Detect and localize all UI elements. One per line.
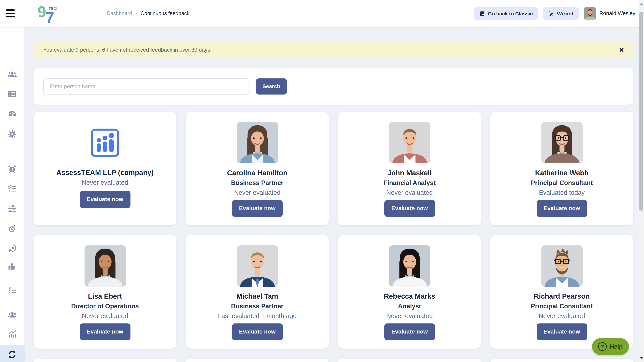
person-photo <box>389 245 430 287</box>
performance-gauge-icon <box>8 109 17 118</box>
company-logo[interactable]: 9 TECH 7 <box>38 3 57 25</box>
person-name: Katherine Webb <box>535 169 589 177</box>
person-card: Lisa EbertDirector of OperationsNever ev… <box>34 235 176 349</box>
evaluate-now-button[interactable]: Evaluate now <box>232 200 282 217</box>
sidebar-item-people-group[interactable] <box>0 65 24 84</box>
evaluate-now-button[interactable]: Evaluate now <box>80 324 130 340</box>
search-button[interactable]: Search <box>256 78 287 94</box>
evaluation-status: Evaluated today <box>539 188 585 197</box>
scrollbar-up-arrow-icon[interactable] <box>639 3 643 5</box>
evaluate-now-button[interactable]: Evaluate now <box>384 324 435 340</box>
person-card: Richard PearsonPrincipal ConsultantNever… <box>490 235 633 349</box>
wizard-button[interactable]: Wizard <box>543 7 579 20</box>
person-role: Director of Operations <box>71 302 139 310</box>
sidebar-item-task-checklist[interactable] <box>0 179 24 198</box>
left-sidebar <box>0 27 24 362</box>
person-name: AssessTEAM LLP (company) <box>56 168 154 177</box>
breadcrumb-separator: - <box>136 10 137 16</box>
logo-nine: 9 <box>38 3 46 20</box>
breadcrumb: Dashboard - Continuous feedback <box>107 0 189 27</box>
person-role: Business Partner <box>231 302 284 310</box>
continuous-feedback-sync-icon <box>8 350 17 359</box>
person-card: Carolina HamiltonBusiness PartnerNever e… <box>186 112 329 225</box>
company-card: AssessTEAM LLP (company)Never evaluatedE… <box>34 112 176 225</box>
evaluation-status: Never evaluated <box>386 312 433 320</box>
person-role: Principal Consultant <box>531 302 593 310</box>
person-card-partial <box>34 359 176 362</box>
company-logo-image <box>84 122 126 164</box>
scrollbar-down-arrow-icon[interactable] <box>639 357 643 359</box>
goal-target-icon <box>8 224 17 233</box>
person-card: Rebecca MarksAnalystNever evaluatedEvalu… <box>338 235 481 349</box>
goal-click-target-icon <box>8 244 17 253</box>
main-content: You evaluate 9 persons. 6 have not recei… <box>24 27 639 362</box>
evaluation-list-icon <box>8 89 17 98</box>
hamburger-menu-icon[interactable] <box>6 9 15 17</box>
evaluation-status: Last evaluated 1 month ago <box>218 312 296 320</box>
magic-wand-icon <box>548 10 554 16</box>
person-photo <box>389 122 430 163</box>
header-divider <box>98 6 98 21</box>
search-panel: Search <box>34 68 633 105</box>
go-back-to-classic-button[interactable]: Go back to Classic <box>474 7 538 20</box>
logo-seven: 7 <box>46 9 54 24</box>
person-card-partial <box>490 359 633 362</box>
person-name: Carolina Hamilton <box>227 169 287 177</box>
person-name: Lisa Ebert <box>88 292 122 301</box>
feedback-alert-banner: You evaluate 9 persons. 6 have not recei… <box>34 42 633 58</box>
sidebar-item-team-group[interactable] <box>0 306 24 325</box>
person-card: Katherine WebbPrincipal ConsultantEvalua… <box>490 112 633 225</box>
evaluate-now-button[interactable]: Evaluate now <box>536 200 587 217</box>
sidebar-item-feedback-thumbs-up[interactable] <box>0 257 24 276</box>
person-photo <box>541 245 582 287</box>
sidebar-item-goal-click-target[interactable] <box>0 239 24 257</box>
evaluate-now-button[interactable]: Evaluate now <box>384 200 435 217</box>
settings-gear-icon <box>8 130 17 139</box>
person-photo <box>237 245 278 287</box>
person-card-partial <box>186 359 329 362</box>
person-role: Analyst <box>398 302 421 310</box>
evaluate-now-button[interactable]: Evaluate now <box>232 324 282 340</box>
evaluate-now-button[interactable]: Evaluate now <box>80 191 130 208</box>
person-name: Rebecca Marks <box>384 292 435 301</box>
people-card-grid: AssessTEAM LLP (company)Never evaluatedE… <box>34 112 633 362</box>
person-name: John Maskell <box>388 169 432 177</box>
vertical-scrollbar[interactable] <box>639 0 644 362</box>
sidebar-item-settings-gear[interactable] <box>0 125 24 143</box>
person-photo <box>84 245 126 287</box>
app-root: 9 TECH 7 Dashboard - Continuous feedback… <box>0 0 644 362</box>
person-role: Financial Analyst <box>384 179 436 187</box>
sidebar-item-filter-sliders[interactable] <box>0 199 24 218</box>
evaluation-status: Never evaluated <box>82 178 128 187</box>
sidebar-item-survey-checklist[interactable] <box>0 281 24 300</box>
task-checklist-icon <box>8 184 17 193</box>
user-menu[interactable]: Ronald Wesley <box>584 7 635 20</box>
sidebar-item-performance-gauge[interactable] <box>0 104 24 123</box>
sidebar-item-evaluation-list[interactable] <box>0 84 24 103</box>
person-name: Michael Tam <box>236 292 278 301</box>
evaluation-status: Never evaluated <box>539 312 585 320</box>
sidebar-item-reminder-alarm[interactable] <box>0 160 24 178</box>
layout-grid-icon <box>480 10 485 16</box>
sidebar-item-continuous-feedback-sync[interactable] <box>0 345 24 362</box>
question-circle-icon: ? <box>598 342 607 351</box>
scrollbar-thumb[interactable] <box>639 12 643 211</box>
search-input[interactable] <box>43 78 250 94</box>
sidebar-item-goal-target[interactable] <box>0 219 24 238</box>
alert-close-button[interactable] <box>616 45 626 55</box>
breadcrumb-dashboard-link[interactable]: Dashboard <box>107 10 132 16</box>
person-name: Richard Pearson <box>534 292 590 301</box>
evaluation-status: Never evaluated <box>386 188 433 197</box>
team-bars-logo-icon <box>89 127 121 159</box>
help-button[interactable]: ? Help <box>592 338 629 355</box>
close-icon <box>618 47 624 53</box>
evaluate-now-button[interactable]: Evaluate now <box>536 324 587 340</box>
person-role: Principal Consultant <box>531 179 593 187</box>
sidebar-item-analytics-chart[interactable] <box>0 325 24 343</box>
person-photo <box>541 122 582 163</box>
analytics-chart-icon <box>8 329 17 338</box>
person-card: John MaskellFinancial AnalystNever evalu… <box>338 112 481 225</box>
feedback-thumbs-up-icon <box>8 262 17 271</box>
alert-message: You evaluate 9 persons. 6 have not recei… <box>34 47 212 53</box>
breadcrumb-current-page: Continuous feedback <box>140 10 189 16</box>
